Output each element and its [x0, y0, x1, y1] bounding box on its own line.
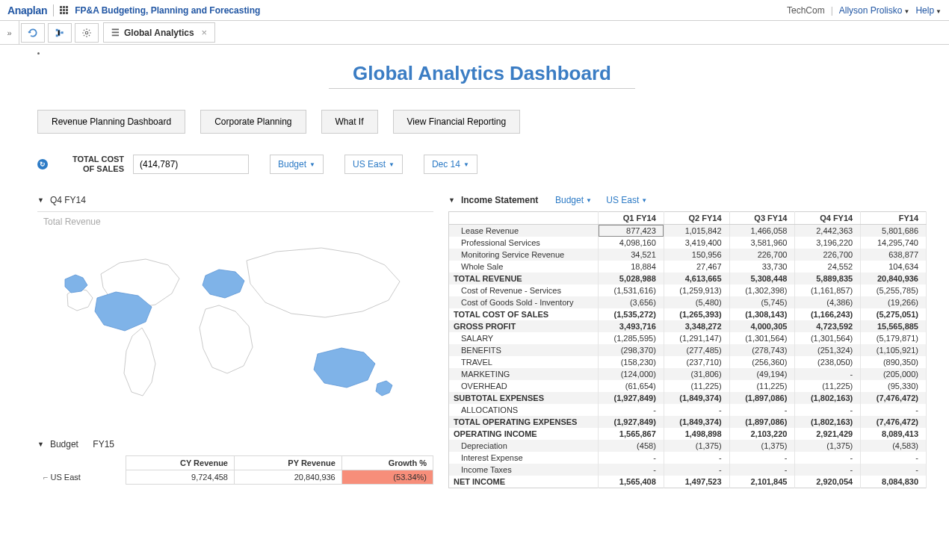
collapse-icon[interactable]: ▼	[448, 196, 455, 204]
nav-what-if[interactable]: What If	[321, 110, 378, 134]
refresh-button[interactable]	[21, 23, 45, 43]
nav-revenue-planning[interactable]: Revenue Planning Dashboard	[37, 110, 185, 134]
svg-rect-1	[56, 34, 58, 37]
close-icon[interactable]: ×	[202, 27, 208, 38]
breadcrumb[interactable]: FP&A Budgeting, Planning and Forecasting	[75, 5, 260, 16]
table-row[interactable]: Professional Services4,098,1603,419,4003…	[449, 237, 927, 249]
tab-global-analytics[interactable]: ☰ Global Analytics ×	[103, 22, 215, 43]
nav-view-financial-reporting[interactable]: View Financial Reporting	[393, 110, 521, 134]
table-row[interactable]: GROSS PROFIT3,493,7163,348,2724,000,3054…	[449, 320, 927, 332]
col-growth: Growth %	[341, 456, 433, 470]
version-dropdown[interactable]: Budget▼	[270, 155, 324, 174]
collapse-icon[interactable]: ▼	[37, 196, 44, 204]
table-row[interactable]: ALLOCATIONS-----	[449, 404, 927, 416]
divider	[53, 4, 54, 16]
income-panel-header: ▼ Income Statement Budget▼ US East▼	[448, 195, 927, 205]
table-row[interactable]: Monitoring Service Revenue34,521150,9562…	[449, 249, 927, 261]
table-row[interactable]: Interest Expense-----	[449, 452, 927, 464]
table-row[interactable]: Cost of Goods Sold - Inventory(3,656)(5,…	[449, 296, 927, 308]
top-bar: Anaplan FP&A Budgeting, Planning and For…	[0, 0, 949, 21]
table-row[interactable]: Whole Sale18,88427,46733,73024,552104,63…	[449, 261, 927, 273]
col-cy-revenue: CY Revenue	[126, 456, 235, 470]
help-menu[interactable]: Help▼	[915, 5, 942, 16]
metric-row: ↻ TOTAL COSTOF SALES Budget▼ US East▼ De…	[37, 155, 927, 174]
marker-dot	[37, 52, 40, 55]
income-statement-table: Q1 FY14 Q2 FY14 Q3 FY14 Q4 FY14 FY14 Lea…	[448, 211, 927, 488]
map-subtitle: Total Revenue	[43, 217, 433, 227]
logo: Anaplan	[7, 4, 47, 16]
svg-rect-2	[61, 31, 64, 34]
map-panel-header: ▼ Q4 FY14	[37, 195, 433, 205]
table-row[interactable]: Cost of Revenue - Services(1,531,616)(1,…	[449, 284, 927, 296]
table-row[interactable]: TOTAL COST OF SALES(1,535,272)(1,265,393…	[449, 308, 927, 320]
table-row[interactable]: SUBTOTAL EXPENSES(1,927,849)(1,849,374)(…	[449, 392, 927, 404]
nav-corporate-planning[interactable]: Corporate Planning	[200, 110, 306, 134]
col-py-revenue: PY Revenue	[234, 456, 341, 470]
metric-label: TOTAL COSTOF SALES	[57, 155, 124, 173]
table-row[interactable]: ⌐ US East 9,724,458 20,840,936 (53.34%)	[37, 470, 433, 485]
budget-year: FY15	[93, 439, 114, 449]
tab-label: Global Analytics	[124, 28, 194, 38]
table-row[interactable]: TOTAL REVENUE5,028,9884,613,6655,308,448…	[449, 273, 927, 284]
org-name: TechCom	[787, 5, 825, 16]
app-grid-icon[interactable]	[60, 6, 69, 15]
table-row[interactable]: TOTAL OPERATING EXPENSES(1,927,849)(1,84…	[449, 416, 927, 428]
budget-table: CY Revenue PY Revenue Growth % ⌐ US East…	[37, 455, 433, 485]
table-row[interactable]: TRAVEL(158,230)(237,710)(256,360)(238,05…	[449, 356, 927, 368]
table-row[interactable]: OVERHEAD(61,654)(11,225)(11,225)(11,225)…	[449, 380, 927, 392]
region-dropdown[interactable]: US East▼	[344, 155, 403, 174]
settings-button[interactable]	[75, 23, 99, 43]
income-title: Income Statement	[461, 195, 538, 205]
budget-panel-header: ▼ Budget FY15	[37, 439, 433, 449]
refresh-icon	[28, 28, 38, 38]
table-row[interactable]: Income Taxes-----	[449, 464, 927, 476]
svg-rect-0	[56, 28, 58, 31]
sidebar-expand-button[interactable]: »	[0, 21, 19, 45]
hierarchy-button[interactable]	[48, 23, 72, 43]
period-dropdown[interactable]: Dec 14▼	[424, 155, 477, 174]
sync-icon[interactable]: ↻	[37, 159, 48, 169]
world-map-svg	[56, 238, 415, 410]
toolbar: » ☰ Global Analytics ×	[0, 21, 949, 45]
nav-button-row: Revenue Planning Dashboard Corporate Pla…	[37, 110, 927, 134]
table-row[interactable]: Lease Revenue877,4231,015,8421,466,0582,…	[449, 225, 927, 237]
table-row[interactable]: SALARY(1,285,595)(1,291,147)(1,301,564)(…	[449, 332, 927, 344]
gear-icon	[81, 28, 92, 38]
table-row[interactable]: BENEFITS(298,370)(277,485)(278,743)(251,…	[449, 344, 927, 356]
income-region-dropdown[interactable]: US East▼	[606, 195, 647, 205]
hierarchy-icon	[55, 28, 65, 38]
menu-icon: ☰	[111, 28, 120, 38]
world-map[interactable]	[37, 227, 433, 421]
map-period: Q4 FY14	[50, 195, 86, 205]
table-header-row: CY Revenue PY Revenue Growth %	[37, 456, 433, 470]
income-version-dropdown[interactable]: Budget▼	[555, 195, 592, 205]
table-row[interactable]: MARKETING(124,000)(31,806)(49,194)-(205,…	[449, 368, 927, 380]
table-row[interactable]: NET INCOME1,565,4081,497,5232,101,8452,9…	[449, 476, 927, 488]
metric-value-input[interactable]	[133, 155, 249, 174]
page-title: Global Analytics Dashboard	[37, 62, 927, 85]
table-header-row: Q1 FY14 Q2 FY14 Q3 FY14 Q4 FY14 FY14	[449, 212, 927, 225]
table-row[interactable]: OPERATING INCOME1,565,8671,498,8982,103,…	[449, 428, 927, 440]
collapse-icon[interactable]: ▼	[37, 441, 44, 448]
svg-point-3	[85, 31, 88, 34]
user-menu[interactable]: Allyson Prolisko▼	[839, 5, 910, 16]
budget-label: Budget	[50, 439, 78, 449]
table-row[interactable]: Depreciation(458)(1,375)(1,375)(1,375)(4…	[449, 440, 927, 452]
